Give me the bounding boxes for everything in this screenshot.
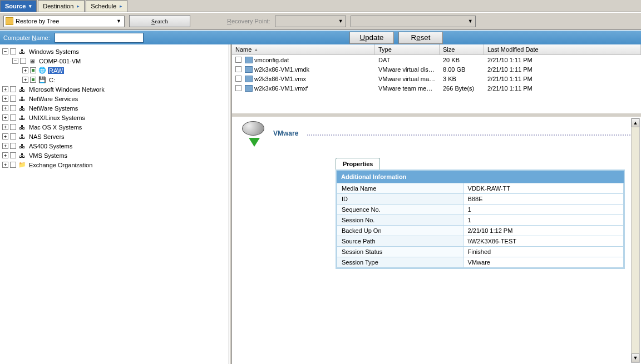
restore-mode-label: Restore by Tree	[16, 18, 115, 24]
column-size[interactable]: Size	[440, 44, 484, 54]
checkbox[interactable]	[10, 114, 16, 121]
checkbox[interactable]	[235, 76, 241, 82]
tree-node[interactable]: +🖧AS400 Systems	[1, 141, 229, 151]
property-value: VDDK-RAW-TT	[463, 183, 623, 194]
expand-icon[interactable]: +	[22, 67, 28, 73]
computer-name-label: Computer Name:	[3, 34, 50, 41]
file-date: 2/21/10 1:11 PM	[484, 57, 641, 63]
network-icon: 🖧	[18, 152, 26, 159]
file-row[interactable]: w2k3x86-VM1.vmxfVMware team member266 By…	[232, 83, 641, 93]
checkbox[interactable]	[235, 66, 241, 72]
expand-icon[interactable]: +	[2, 143, 8, 149]
network-icon: 🖧	[18, 142, 26, 149]
property-key: Session Status	[337, 247, 464, 257]
properties-table: Media NameVDDK-RAW-TTIDB88ESequence No.1…	[337, 183, 624, 268]
file-icon	[245, 76, 253, 82]
file-name: w2k3x86-VM1.vmdk	[254, 66, 309, 73]
tree-node[interactable]: +📁Exchange Organization	[1, 160, 229, 169]
tree-node-c-drive[interactable]: + 💾 C:	[21, 75, 229, 84]
chevron-down-icon: ▼	[338, 18, 343, 24]
recovery-point-session-select[interactable]: ▼	[351, 16, 476, 27]
toolbar: Restore by Tree ▼ Search Recovery Point:…	[0, 12, 641, 30]
checkbox[interactable]	[10, 86, 16, 92]
computer-name-input[interactable]	[55, 33, 144, 43]
expand-icon[interactable]: +	[2, 124, 8, 130]
tree-node[interactable]: +🖧NetWare Systems	[1, 103, 229, 113]
tab-destination[interactable]: Destination▸	[38, 0, 85, 12]
reset-button[interactable]: Reset	[398, 32, 443, 44]
divider	[307, 131, 632, 136]
chevron-down-icon: ▼	[468, 18, 473, 24]
tree-node[interactable]: +🖧VMS Systems	[1, 151, 229, 160]
network-icon: 🖧	[18, 123, 26, 131]
file-list-header: Name▲ Type Size Last Modified Date	[232, 44, 641, 55]
tree-node[interactable]: +🖧NAS Servers	[1, 132, 229, 141]
checkbox[interactable]	[10, 162, 16, 168]
scroll-down-icon[interactable]: ▼	[632, 353, 639, 362]
file-row[interactable]: w2k3x86-VM1.vmxVMware virtual mac...3 KB…	[232, 74, 641, 83]
checkbox[interactable]	[20, 58, 26, 64]
column-name[interactable]: Name▲	[232, 44, 375, 54]
checkbox[interactable]	[10, 105, 16, 111]
property-row: IDB88E	[337, 194, 624, 205]
expand-icon[interactable]: +	[2, 133, 8, 139]
file-date: 2/21/10 1:11 PM	[484, 85, 641, 92]
property-row: Media NameVDDK-RAW-TT	[337, 183, 624, 194]
tab-schedule[interactable]: Schedule▸	[86, 0, 127, 12]
tree-node-windows-systems[interactable]: − 🖧 Windows Systems	[1, 47, 229, 56]
network-icon: 🖧	[18, 114, 26, 121]
tree-node-vm[interactable]: − 🖥 COMP-001-VM	[11, 56, 229, 66]
checkbox[interactable]	[10, 152, 16, 158]
expand-icon[interactable]: +	[2, 86, 8, 92]
checkbox[interactable]	[10, 133, 16, 139]
org-icon: 📁	[18, 161, 26, 168]
scroll-up-icon[interactable]: ▲	[632, 118, 639, 127]
tree-node-raw[interactable]: + 🌐 RAW	[21, 66, 229, 75]
tree-pane: − 🖧 Windows Systems − 🖥 COMP-001-VM	[0, 44, 229, 364]
chevron-down-icon: ▼	[115, 18, 122, 24]
checkbox[interactable]	[10, 143, 16, 149]
search-button[interactable]: Search	[129, 15, 190, 27]
properties-tab[interactable]: Properties	[336, 158, 380, 169]
column-date[interactable]: Last Modified Date	[484, 44, 641, 54]
collapse-icon[interactable]: −	[12, 58, 18, 64]
checkbox[interactable]	[235, 57, 241, 63]
property-key: ID	[337, 194, 464, 205]
checkbox[interactable]	[30, 77, 36, 83]
tree-node[interactable]: +🖧Microsoft Windows Network	[1, 84, 229, 94]
collapse-icon[interactable]: −	[2, 48, 8, 54]
expand-icon[interactable]: +	[2, 105, 8, 111]
checkbox[interactable]	[30, 67, 36, 73]
chevron-right-icon: ▸	[120, 3, 122, 9]
checkbox[interactable]	[10, 124, 16, 130]
checkbox[interactable]	[10, 48, 16, 54]
network-icon: 🖧	[18, 133, 26, 140]
file-row[interactable]: vmconfig.datDAT20 KB2/21/10 1:11 PM	[232, 55, 641, 64]
tree-node[interactable]: +🖧Mac OS X Systems	[1, 122, 229, 132]
expand-icon[interactable]: +	[2, 114, 8, 121]
update-button[interactable]: Update	[349, 32, 394, 44]
recovery-point-date-select[interactable]: ▼	[275, 16, 346, 27]
property-value: VMware	[463, 257, 623, 268]
file-type: VMware virtual mac...	[375, 76, 440, 82]
checkbox[interactable]	[235, 85, 241, 91]
restore-mode-select[interactable]: Restore by Tree ▼	[3, 16, 125, 27]
tab-source[interactable]: Source▾	[0, 0, 37, 12]
file-row[interactable]: w2k3x86-VM1.vmdkVMware virtual disk ...8…	[232, 64, 641, 74]
checkbox[interactable]	[10, 96, 16, 102]
expand-icon[interactable]: +	[2, 162, 8, 168]
column-type[interactable]: Type	[375, 44, 440, 54]
tree-node[interactable]: +🖧UNIX/Linux Systems	[1, 113, 229, 122]
expand-icon[interactable]: +	[22, 77, 28, 83]
network-icon: 🖧	[18, 95, 26, 102]
network-icon: 🖧	[18, 104, 26, 112]
property-key: Session No.	[337, 215, 464, 226]
expand-icon[interactable]: +	[2, 152, 8, 158]
expand-icon[interactable]: +	[2, 96, 8, 102]
scrollbar[interactable]: ▲ ▼	[631, 118, 640, 363]
computer-icon: 🖥	[28, 57, 36, 64]
tree-node[interactable]: +🖧NetWare Services	[1, 94, 229, 103]
property-value: Finished	[463, 247, 623, 257]
properties-header: Additional Information	[337, 171, 624, 183]
file-name: w2k3x86-VM1.vmx	[254, 76, 306, 82]
